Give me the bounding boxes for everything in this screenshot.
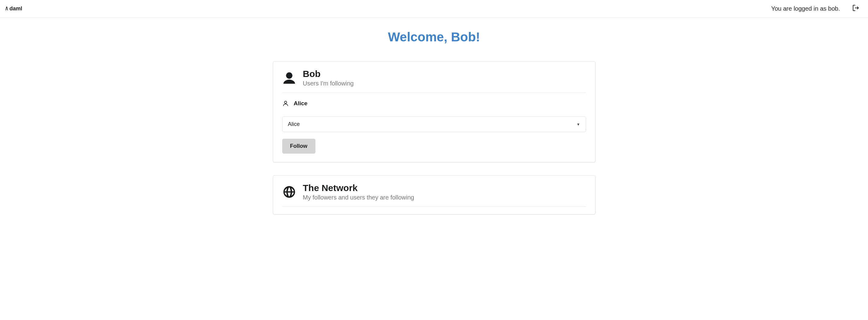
network-card-title: The Network (303, 183, 414, 193)
user-card: Bob Users I'm following Alice Alice ▼ (273, 61, 595, 163)
network-card-subtitle: My followers and users they are followin… (303, 194, 414, 201)
list-item: Alice (282, 98, 586, 112)
brand-name: daml (9, 5, 22, 12)
logout-icon[interactable] (852, 4, 860, 13)
topbar: /\ daml You are logged in as bob. (0, 0, 868, 17)
user-card-titles: Bob Users I'm following (303, 69, 354, 87)
globe-icon (282, 185, 296, 199)
page-content: Welcome, Bob! Bob Users I'm following (267, 17, 601, 239)
network-card-titles: The Network My followers and users they … (303, 183, 414, 201)
brand-glyph-icon: /\ (5, 6, 8, 11)
caret-down-icon: ▼ (577, 122, 580, 127)
user-outline-icon (282, 100, 289, 107)
svg-point-1 (284, 101, 286, 103)
network-card: The Network My followers and users they … (273, 175, 595, 214)
follow-controls: Alice ▼ Follow (273, 113, 595, 162)
user-card-title: Bob (303, 69, 354, 79)
user-select-dropdown[interactable]: Alice ▼ (282, 116, 586, 132)
welcome-heading: Welcome, Bob! (273, 30, 595, 44)
topbar-right: You are logged in as bob. (771, 4, 860, 13)
user-card-subtitle: Users I'm following (303, 80, 354, 87)
network-body (273, 207, 595, 214)
user-solid-icon (282, 71, 296, 85)
brand-logo: /\ daml (5, 5, 22, 12)
network-card-header: The Network My followers and users they … (273, 176, 595, 207)
following-list: Alice (273, 93, 595, 113)
user-card-header: Bob Users I'm following (273, 62, 595, 93)
svg-point-0 (286, 72, 292, 79)
dropdown-selected-text: Alice (288, 121, 300, 128)
follow-button[interactable]: Follow (282, 139, 315, 154)
login-status-text: You are logged in as bob. (771, 5, 840, 12)
following-name: Alice (294, 100, 308, 107)
